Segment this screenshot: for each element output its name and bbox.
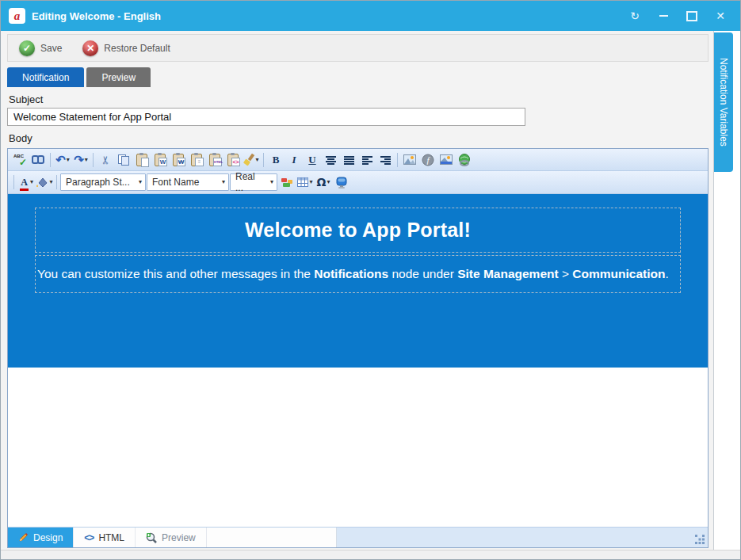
find-replace-button[interactable]: [29, 151, 47, 169]
mode-tab-design[interactable]: Design: [8, 528, 74, 547]
module-manager-button[interactable]: [278, 173, 296, 191]
insert-snippet-button[interactable]: [333, 173, 350, 191]
command-toolbar: ✓ Save ✕ Restore Default: [7, 34, 709, 62]
mode-tab-html[interactable]: <> HTML: [74, 528, 136, 547]
binoculars-icon: [32, 155, 44, 164]
font-name-select[interactable]: Font Name▾: [147, 173, 229, 191]
chevron-down-icon: ▾: [270, 179, 273, 185]
paste-icon: [136, 154, 147, 166]
align-left-icon: [362, 155, 372, 165]
separator: [397, 153, 398, 167]
justify-icon: [344, 155, 354, 165]
foreground-color-button[interactable]: A▾: [17, 173, 35, 191]
omega-icon: Ω: [317, 176, 327, 189]
minimize-button[interactable]: [651, 7, 675, 25]
welcome-heading: Welcome to App Portal!: [245, 219, 471, 242]
undo-button[interactable]: ↶▾: [54, 151, 71, 169]
dialog-window: a Editing Welcome - English ↻ ✕ ✓ Save ✕…: [0, 0, 741, 560]
notification-variables-tab[interactable]: Notification Variables: [714, 32, 733, 172]
paste-as-html-button[interactable]: HTML: [206, 151, 223, 169]
underline-button[interactable]: U: [304, 151, 321, 169]
paste-html-button[interactable]: <>: [224, 151, 242, 169]
restore-default-button[interactable]: ✕ Restore Default: [82, 40, 170, 56]
resize-grip[interactable]: [695, 535, 706, 546]
paragraph-style-select[interactable]: Paragraph St...▾: [60, 173, 146, 191]
bold-icon: B: [273, 154, 280, 166]
mode-tab-strip: Design <> HTML Preview: [8, 528, 337, 547]
welcome-paragraph: You can customize this and other message…: [37, 266, 669, 282]
copy-button[interactable]: [115, 151, 132, 169]
paste-from-word-strip-button[interactable]: W: [170, 151, 187, 169]
chevron-down-icon: ▾: [67, 157, 70, 163]
window-controls: ↻ ✕: [623, 7, 732, 25]
mode-tab-preview[interactable]: Preview: [136, 528, 207, 547]
italic-icon: I: [292, 154, 296, 166]
insert-image-button[interactable]: [401, 151, 418, 169]
table-icon: [297, 177, 308, 187]
editor-toolbar-row1: ABC✓ ↶▾ ↷▾ ✂ W W ≡ HTML <> ▾ B: [8, 149, 708, 171]
snippet-icon: [336, 177, 347, 189]
separator: [50, 153, 51, 167]
image-map-button[interactable]: [437, 151, 455, 169]
separator: [56, 175, 57, 189]
paste-from-word-button[interactable]: W: [151, 151, 169, 169]
insert-symbol-button[interactable]: Ω▾: [315, 173, 332, 191]
bold-button[interactable]: B: [267, 151, 285, 169]
hyperlink-manager-button[interactable]: [456, 151, 473, 169]
pencil-icon: [18, 532, 29, 543]
cut-button[interactable]: ✂: [97, 151, 114, 169]
redo-button[interactable]: ↷▾: [72, 151, 90, 169]
email-body[interactable]: Welcome to App Portal! You can customize…: [8, 194, 708, 368]
chevron-down-icon: ▾: [139, 179, 142, 185]
align-center-button[interactable]: [322, 151, 339, 169]
chevron-down-icon: ▾: [222, 179, 225, 185]
spellcheck-icon: ABC✓: [13, 154, 26, 166]
chevron-down-icon: ▾: [309, 179, 312, 185]
align-right-button[interactable]: [376, 151, 394, 169]
module-manager-icon: [281, 177, 293, 188]
tab-strip: Notification Preview: [7, 67, 709, 87]
spellcheck-button[interactable]: ABC✓: [11, 151, 29, 169]
chevron-down-icon: ▾: [30, 179, 33, 185]
save-button[interactable]: ✓ Save: [19, 40, 62, 56]
image-map-icon: [440, 154, 453, 165]
redo-icon: ↷: [74, 154, 84, 166]
scissors-icon: ✂: [99, 155, 112, 165]
font-size-select[interactable]: Real ...▾: [230, 173, 277, 191]
restore-default-label: Restore Default: [104, 43, 170, 54]
tab-preview[interactable]: Preview: [86, 67, 151, 87]
editor-toolbar-row2: A▾ ▾ Paragraph St...▾ Font Name▾ Real ..…: [8, 171, 708, 194]
window-title: Editing Welcome - English: [32, 10, 161, 22]
paste-button[interactable]: [133, 151, 151, 169]
separator: [263, 153, 264, 167]
subject-input[interactable]: [7, 108, 525, 126]
align-right-icon: [380, 155, 391, 165]
flash-manager-button[interactable]: f: [419, 151, 437, 169]
body-label: Body: [9, 132, 709, 144]
close-button[interactable]: ✕: [709, 7, 732, 25]
chevron-down-icon: ▾: [85, 157, 88, 163]
insert-table-button[interactable]: ▾: [296, 173, 314, 191]
editor-mode-bar: Design <> HTML Preview: [8, 527, 708, 547]
format-stripper-button[interactable]: ▾: [243, 151, 260, 169]
separator: [13, 175, 14, 189]
refresh-icon: ↻: [630, 10, 640, 22]
align-left-button[interactable]: [358, 151, 376, 169]
magnifier-icon: [146, 532, 157, 543]
justify-button[interactable]: [340, 151, 357, 169]
paste-as-html-icon: HTML: [209, 154, 220, 166]
italic-button[interactable]: I: [285, 151, 303, 169]
editor-canvas[interactable]: Welcome to App Portal! You can customize…: [8, 194, 708, 527]
window-bottom-strip: [1, 550, 740, 559]
editable-heading-region[interactable]: Welcome to App Portal!: [35, 208, 681, 253]
editable-paragraph-region[interactable]: You can customize this and other message…: [35, 255, 681, 293]
refresh-button[interactable]: ↻: [623, 7, 647, 25]
maximize-button[interactable]: [680, 7, 704, 25]
chevron-down-icon: ▾: [327, 179, 330, 185]
background-color-button[interactable]: ▾: [36, 173, 53, 191]
paste-plain-text-button[interactable]: ≡: [188, 151, 205, 169]
tab-notification[interactable]: Notification: [7, 67, 84, 87]
save-icon: ✓: [19, 40, 35, 56]
chevron-down-icon: ▾: [49, 179, 52, 185]
underline-icon: U: [308, 154, 315, 166]
